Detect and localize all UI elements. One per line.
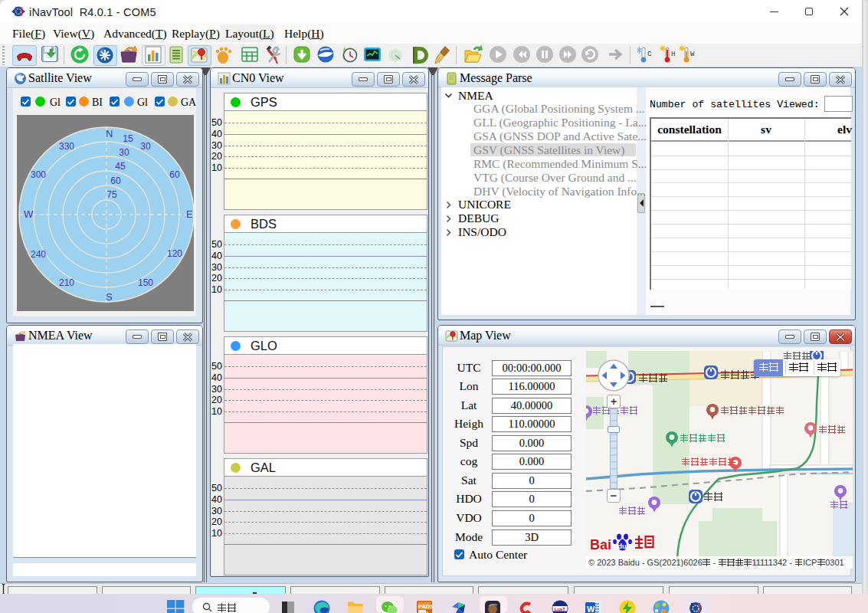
svg-text:300: 300 xyxy=(31,169,46,180)
svg-text:W: W xyxy=(24,208,34,220)
svg-text:210: 210 xyxy=(59,277,74,288)
svg-text:C: C xyxy=(647,51,652,58)
svg-text:45: 45 xyxy=(115,161,126,172)
svg-text:W: W xyxy=(587,605,595,613)
svg-text:30: 30 xyxy=(119,147,129,158)
svg-text:PADS: PADS xyxy=(418,603,434,610)
svg-text:60: 60 xyxy=(110,175,121,186)
svg-text:15: 15 xyxy=(123,133,133,144)
svg-text:240: 240 xyxy=(31,249,46,260)
svg-text:N: N xyxy=(106,128,113,139)
svg-text:150: 150 xyxy=(138,277,153,288)
svg-text:60: 60 xyxy=(169,169,180,180)
svg-text:S: S xyxy=(106,291,113,303)
svg-text:H: H xyxy=(671,51,675,58)
svg-text:W: W xyxy=(690,51,695,58)
svg-text:du: du xyxy=(617,542,627,550)
svg-text:330: 330 xyxy=(59,141,74,152)
svg-text:75: 75 xyxy=(106,189,117,200)
svg-text:LuaT: LuaT xyxy=(555,607,566,611)
svg-text:Bai: Bai xyxy=(590,537,611,552)
svg-text:E: E xyxy=(186,208,193,220)
svg-text:120: 120 xyxy=(167,248,182,259)
svg-text:30: 30 xyxy=(140,141,151,152)
